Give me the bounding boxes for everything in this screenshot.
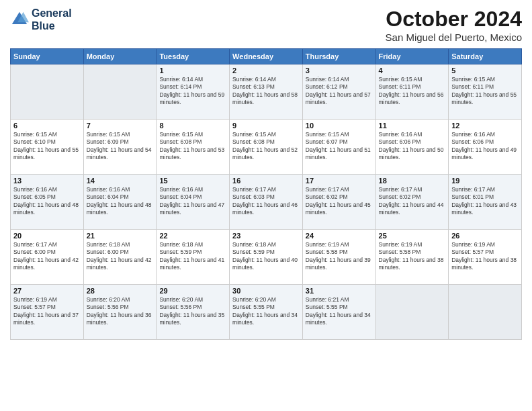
- calendar-header-row: SundayMondayTuesdayWednesdayThursdayFrid…: [11, 49, 522, 64]
- day-number: 12: [451, 122, 519, 130]
- day-detail: Sunrise: 6:20 AMSunset: 5:56 PMDaylight:…: [87, 296, 154, 327]
- calendar-cell: 6Sunrise: 6:15 AMSunset: 6:10 PMDaylight…: [11, 120, 84, 175]
- calendar-cell: 19Sunrise: 6:17 AMSunset: 6:01 PMDayligh…: [449, 175, 522, 230]
- subtitle: San Miguel del Puerto, Mexico: [386, 32, 522, 43]
- day-detail: Sunrise: 6:15 AMSunset: 6:10 PMDaylight:…: [13, 131, 81, 162]
- day-number: 10: [306, 122, 373, 130]
- calendar-cell: 14Sunrise: 6:16 AMSunset: 6:04 PMDayligh…: [83, 175, 157, 230]
- day-number: 20: [13, 232, 81, 240]
- day-detail: Sunrise: 6:15 AMSunset: 6:09 PMDaylight:…: [87, 131, 154, 162]
- day-header-wednesday: Wednesday: [230, 49, 303, 64]
- title-area: October 2024 San Miguel del Puerto, Mexi…: [386, 7, 522, 43]
- calendar-cell: 2Sunrise: 6:14 AMSunset: 6:13 PMDaylight…: [230, 64, 303, 120]
- day-detail: Sunrise: 6:21 AMSunset: 5:55 PMDaylight:…: [306, 296, 373, 327]
- day-number: 22: [159, 232, 226, 240]
- day-number: 26: [451, 232, 519, 240]
- calendar-week-row: 20Sunrise: 6:17 AMSunset: 6:00 PMDayligh…: [11, 230, 522, 285]
- calendar-week-row: 13Sunrise: 6:16 AMSunset: 6:05 PMDayligh…: [11, 175, 522, 230]
- day-detail: Sunrise: 6:18 AMSunset: 5:59 PMDaylight:…: [159, 241, 226, 272]
- calendar-cell: [449, 285, 522, 340]
- day-detail: Sunrise: 6:16 AMSunset: 6:06 PMDaylight:…: [451, 131, 519, 162]
- day-number: 23: [232, 232, 300, 240]
- day-number: 29: [159, 287, 226, 295]
- calendar-cell: 8Sunrise: 6:15 AMSunset: 6:08 PMDaylight…: [157, 120, 230, 175]
- day-header-monday: Monday: [83, 49, 157, 64]
- page: General Blue October 2024 San Miguel del…: [0, 0, 532, 411]
- main-title: October 2024: [386, 7, 522, 32]
- header: General Blue October 2024 San Miguel del…: [10, 7, 522, 43]
- day-number: 4: [379, 66, 446, 75]
- calendar-cell: 23Sunrise: 6:18 AMSunset: 5:59 PMDayligh…: [230, 230, 303, 285]
- calendar-cell: 3Sunrise: 6:14 AMSunset: 6:12 PMDaylight…: [302, 64, 375, 120]
- calendar: SundayMondayTuesdayWednesdayThursdayFrid…: [10, 48, 522, 340]
- day-number: 25: [379, 232, 446, 240]
- calendar-cell: 20Sunrise: 6:17 AMSunset: 6:00 PMDayligh…: [11, 230, 84, 285]
- day-number: 8: [159, 122, 226, 130]
- calendar-cell: 9Sunrise: 6:15 AMSunset: 6:08 PMDaylight…: [230, 120, 303, 175]
- day-header-thursday: Thursday: [302, 49, 375, 64]
- day-number: 21: [87, 232, 154, 240]
- day-detail: Sunrise: 6:17 AMSunset: 6:01 PMDaylight:…: [451, 186, 519, 217]
- day-detail: Sunrise: 6:15 AMSunset: 6:11 PMDaylight:…: [451, 76, 519, 107]
- calendar-cell: 28Sunrise: 6:20 AMSunset: 5:56 PMDayligh…: [83, 285, 157, 340]
- day-number: 24: [306, 232, 373, 240]
- calendar-cell: [83, 64, 157, 120]
- day-detail: Sunrise: 6:20 AMSunset: 5:56 PMDaylight:…: [159, 296, 226, 327]
- day-number: 31: [306, 287, 373, 295]
- calendar-cell: 27Sunrise: 6:19 AMSunset: 5:57 PMDayligh…: [11, 285, 84, 340]
- day-number: 5: [451, 66, 519, 75]
- day-detail: Sunrise: 6:16 AMSunset: 6:04 PMDaylight:…: [87, 186, 154, 217]
- day-detail: Sunrise: 6:17 AMSunset: 6:03 PMDaylight:…: [232, 186, 300, 217]
- day-number: 6: [13, 122, 81, 130]
- day-detail: Sunrise: 6:14 AMSunset: 6:14 PMDaylight:…: [159, 76, 226, 107]
- day-number: 2: [232, 66, 300, 75]
- day-detail: Sunrise: 6:16 AMSunset: 6:06 PMDaylight:…: [379, 131, 446, 162]
- day-number: 1: [159, 66, 226, 75]
- day-detail: Sunrise: 6:16 AMSunset: 6:04 PMDaylight:…: [159, 186, 226, 217]
- day-detail: Sunrise: 6:18 AMSunset: 5:59 PMDaylight:…: [232, 241, 300, 272]
- day-number: 18: [379, 177, 446, 185]
- logo: General Blue: [10, 7, 72, 32]
- calendar-cell: 12Sunrise: 6:16 AMSunset: 6:06 PMDayligh…: [449, 120, 522, 175]
- day-detail: Sunrise: 6:16 AMSunset: 6:05 PMDaylight:…: [13, 186, 81, 217]
- day-number: 15: [159, 177, 226, 185]
- calendar-week-row: 27Sunrise: 6:19 AMSunset: 5:57 PMDayligh…: [11, 285, 522, 340]
- calendar-cell: 1Sunrise: 6:14 AMSunset: 6:14 PMDaylight…: [157, 64, 230, 120]
- day-detail: Sunrise: 6:15 AMSunset: 6:08 PMDaylight:…: [159, 131, 226, 162]
- calendar-cell: 16Sunrise: 6:17 AMSunset: 6:03 PMDayligh…: [230, 175, 303, 230]
- day-number: 30: [232, 287, 300, 295]
- calendar-cell: 5Sunrise: 6:15 AMSunset: 6:11 PMDaylight…: [449, 64, 522, 120]
- day-number: 7: [87, 122, 154, 130]
- day-detail: Sunrise: 6:19 AMSunset: 5:58 PMDaylight:…: [306, 241, 373, 272]
- calendar-cell: 21Sunrise: 6:18 AMSunset: 6:00 PMDayligh…: [83, 230, 157, 285]
- calendar-cell: 13Sunrise: 6:16 AMSunset: 6:05 PMDayligh…: [11, 175, 84, 230]
- calendar-cell: 11Sunrise: 6:16 AMSunset: 6:06 PMDayligh…: [375, 120, 449, 175]
- day-header-saturday: Saturday: [449, 49, 522, 64]
- logo-icon: [10, 10, 29, 29]
- day-number: 16: [232, 177, 300, 185]
- day-detail: Sunrise: 6:14 AMSunset: 6:13 PMDaylight:…: [232, 76, 300, 107]
- day-number: 11: [379, 122, 446, 130]
- calendar-cell: 25Sunrise: 6:19 AMSunset: 5:58 PMDayligh…: [375, 230, 449, 285]
- day-number: 9: [232, 122, 300, 130]
- day-detail: Sunrise: 6:19 AMSunset: 5:57 PMDaylight:…: [451, 241, 519, 272]
- day-header-tuesday: Tuesday: [157, 49, 230, 64]
- day-detail: Sunrise: 6:17 AMSunset: 6:02 PMDaylight:…: [379, 186, 446, 217]
- calendar-cell: 10Sunrise: 6:15 AMSunset: 6:07 PMDayligh…: [302, 120, 375, 175]
- calendar-cell: 17Sunrise: 6:17 AMSunset: 6:02 PMDayligh…: [302, 175, 375, 230]
- day-detail: Sunrise: 6:15 AMSunset: 6:11 PMDaylight:…: [379, 76, 446, 107]
- day-header-friday: Friday: [375, 49, 449, 64]
- day-detail: Sunrise: 6:19 AMSunset: 5:57 PMDaylight:…: [13, 296, 81, 327]
- day-number: 28: [87, 287, 154, 295]
- day-detail: Sunrise: 6:20 AMSunset: 5:55 PMDaylight:…: [232, 296, 300, 327]
- calendar-cell: 24Sunrise: 6:19 AMSunset: 5:58 PMDayligh…: [302, 230, 375, 285]
- day-detail: Sunrise: 6:14 AMSunset: 6:12 PMDaylight:…: [306, 76, 373, 107]
- calendar-week-row: 1Sunrise: 6:14 AMSunset: 6:14 PMDaylight…: [11, 64, 522, 120]
- calendar-cell: 30Sunrise: 6:20 AMSunset: 5:55 PMDayligh…: [230, 285, 303, 340]
- calendar-cell: 4Sunrise: 6:15 AMSunset: 6:11 PMDaylight…: [375, 64, 449, 120]
- day-number: 27: [13, 287, 81, 295]
- day-detail: Sunrise: 6:17 AMSunset: 6:00 PMDaylight:…: [13, 241, 81, 272]
- day-number: 3: [306, 66, 373, 75]
- calendar-cell: 18Sunrise: 6:17 AMSunset: 6:02 PMDayligh…: [375, 175, 449, 230]
- day-detail: Sunrise: 6:18 AMSunset: 6:00 PMDaylight:…: [87, 241, 154, 272]
